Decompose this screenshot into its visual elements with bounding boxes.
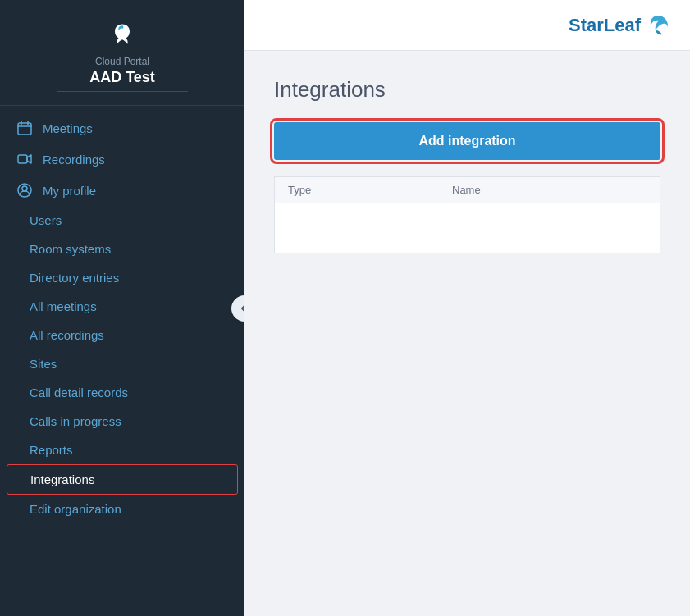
table-header-name: Name xyxy=(452,184,647,196)
sidebar-item-reports-label: Reports xyxy=(30,443,73,457)
sidebar-item-recordings-label: Recordings xyxy=(43,153,105,167)
video-icon xyxy=(16,151,33,167)
sidebar-item-all-recordings[interactable]: All recordings xyxy=(0,321,244,349)
svg-rect-0 xyxy=(18,123,31,135)
svg-rect-1 xyxy=(18,155,27,163)
sidebar-item-calls-in-progress[interactable]: Calls in progress xyxy=(0,407,244,436)
sidebar-item-directory-entries-label: Directory entries xyxy=(30,271,119,285)
table-header: Type Name xyxy=(275,177,660,203)
sidebar-item-edit-organization-label: Edit organization xyxy=(30,502,121,516)
sidebar-header: Cloud Portal AAD Test xyxy=(0,0,244,106)
topbar: StarLeaf xyxy=(244,0,690,51)
table-body xyxy=(275,203,660,253)
sidebar-item-call-detail-records-label: Call detail records xyxy=(30,386,128,399)
sidebar-item-room-systems-label: Room systems xyxy=(30,242,111,256)
sidebar-item-all-meetings-label: All meetings xyxy=(30,299,97,313)
starleaf-brand-text: StarLeaf xyxy=(569,15,641,36)
sidebar-item-meetings[interactable]: Meetings xyxy=(0,112,244,144)
sidebar-item-meetings-label: Meetings xyxy=(43,121,93,135)
sidebar-item-users-label: Users xyxy=(30,213,62,227)
sidebar-item-integrations[interactable]: Integrations xyxy=(7,464,238,495)
main-content: StarLeaf Integrations Add integration Ty… xyxy=(244,0,690,616)
content-area: Integrations Add integration Type Name xyxy=(244,51,690,616)
starleaf-brand: StarLeaf xyxy=(569,13,670,38)
starleaf-leaf-icon xyxy=(646,13,670,38)
table-header-type: Type xyxy=(288,184,452,196)
page-title: Integrations xyxy=(274,77,660,103)
org-label: Cloud Portal xyxy=(95,56,149,67)
sidebar-item-integrations-label: Integrations xyxy=(30,472,94,486)
sidebar-item-users[interactable]: Users xyxy=(0,206,244,235)
sidebar: Cloud Portal AAD Test Meetings Recording… xyxy=(0,0,244,616)
sidebar-item-call-detail-records[interactable]: Call detail records xyxy=(0,378,244,407)
sidebar-item-all-meetings[interactable]: All meetings xyxy=(0,292,244,321)
sidebar-item-calls-in-progress-label: Calls in progress xyxy=(30,414,121,428)
integrations-table: Type Name xyxy=(274,176,660,253)
org-name: AAD Test xyxy=(89,69,155,86)
svg-point-3 xyxy=(22,186,27,191)
sidebar-item-sites-label: Sites xyxy=(30,357,57,371)
sidebar-item-recordings[interactable]: Recordings xyxy=(0,144,244,175)
calendar-icon xyxy=(16,120,33,136)
sidebar-item-directory-entries[interactable]: Directory entries xyxy=(0,263,244,292)
chevron-left-icon xyxy=(239,303,244,314)
sidebar-item-room-systems[interactable]: Room systems xyxy=(0,235,244,263)
sidebar-item-all-recordings-label: All recordings xyxy=(30,328,104,342)
sidebar-item-my-profile[interactable]: My profile xyxy=(0,175,244,206)
sidebar-item-reports[interactable]: Reports xyxy=(0,436,244,464)
starleaf-bird-icon xyxy=(107,20,137,49)
sidebar-item-sites[interactable]: Sites xyxy=(0,349,244,378)
nav-list: Meetings Recordings My profile Users Roo… xyxy=(0,106,244,616)
sidebar-divider xyxy=(57,91,188,92)
sidebar-item-my-profile-label: My profile xyxy=(43,184,96,198)
add-integration-button[interactable]: Add integration xyxy=(274,122,660,160)
sidebar-item-edit-organization[interactable]: Edit organization xyxy=(0,495,244,523)
user-circle-icon xyxy=(16,182,33,198)
